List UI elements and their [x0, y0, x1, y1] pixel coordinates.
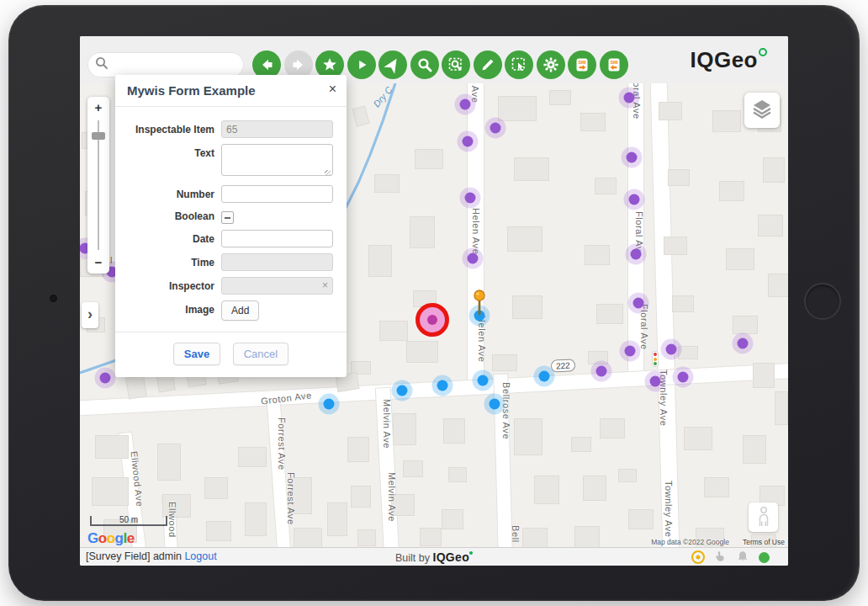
app-screen: SIM SIM IQGeo + − › — [80, 36, 788, 566]
map-marker-blue[interactable] — [478, 375, 489, 386]
street-label: Bell — [511, 525, 521, 543]
cancel-button[interactable]: Cancel — [233, 343, 288, 365]
dialog-footer: Save Cancel — [115, 332, 347, 377]
dialog-title: Mywis Form Example — [127, 83, 256, 98]
clear-icon: × — [322, 279, 328, 291]
zoom-area-icon[interactable] — [442, 50, 470, 79]
map-attribution: Map data ©2022 Google Terms of Use — [651, 538, 785, 546]
route-shield: 222 — [551, 359, 575, 372]
map-marker-purple[interactable] — [629, 194, 640, 205]
street-label: Forrest Ave — [277, 417, 287, 470]
settings-gear-icon[interactable] — [537, 50, 565, 79]
map-marker-blue[interactable] — [324, 399, 335, 410]
zoom-slider-track[interactable] — [98, 120, 99, 250]
locate-arrow-icon[interactable] — [378, 50, 407, 79]
status-bar: [Survey Field] admin Logout Built by IQG… — [80, 547, 788, 566]
map-marker-purple[interactable] — [738, 338, 749, 349]
date-field[interactable] — [221, 230, 333, 247]
map-marker-blue[interactable] — [539, 371, 550, 382]
terms-of-use-link[interactable]: Terms of Use — [743, 538, 785, 546]
search-box[interactable] — [87, 52, 244, 77]
svg-text:SIM: SIM — [578, 60, 585, 65]
map-marker-purple[interactable] — [460, 99, 471, 110]
map-marker-purple[interactable] — [633, 298, 644, 309]
selected-feature-marker[interactable] — [415, 303, 449, 337]
map-marker-purple[interactable] — [463, 136, 474, 147]
mywis-form-dialog: Mywis Form Example × Inspectable Item Te… — [115, 75, 347, 377]
notifications-bell-icon[interactable] — [737, 550, 749, 565]
map-marker-purple[interactable] — [468, 253, 479, 264]
map-marker-purple[interactable] — [100, 373, 111, 384]
touch-hand-icon[interactable] — [715, 550, 727, 565]
built-by: Built by IQGeo — [80, 550, 788, 564]
map-data-credit: Map data ©2022 Google — [651, 538, 729, 546]
play-icon[interactable] — [347, 50, 376, 79]
add-image-button[interactable]: Add — [221, 300, 259, 321]
zoom-in-button[interactable]: + — [87, 98, 109, 117]
field-label-text: Text — [129, 144, 214, 159]
sim-export-icon[interactable]: SIM — [568, 50, 596, 79]
textarea-resize-grip[interactable] — [325, 170, 331, 176]
tablet-home-button[interactable] — [804, 283, 841, 320]
map-marker-purple[interactable] — [650, 376, 661, 387]
number-field[interactable] — [221, 185, 333, 203]
zoom-slider-handle[interactable] — [92, 132, 105, 140]
time-field — [221, 253, 333, 271]
pin-marker[interactable] — [471, 289, 488, 322]
street-label: Townley Ave — [664, 481, 674, 538]
iqgeo-logo-ring — [759, 48, 767, 56]
map-marker-purple[interactable] — [627, 152, 638, 163]
map-marker-purple[interactable] — [490, 123, 501, 134]
brand-green-dot — [469, 551, 473, 555]
svg-text:SIM: SIM — [610, 60, 617, 65]
street-label: Floral Ave — [639, 304, 649, 350]
map-marker-purple[interactable] — [465, 193, 476, 204]
tablet-camera — [50, 295, 57, 302]
map-marker-purple[interactable] — [678, 372, 689, 383]
save-button[interactable]: Save — [173, 343, 220, 365]
traffic-light-icon — [652, 351, 659, 367]
field-label-number: Number — [129, 185, 214, 200]
search-input[interactable] — [109, 58, 244, 72]
online-status-icon — [759, 552, 770, 563]
zoom-out-button[interactable]: − — [87, 253, 109, 272]
search-icon — [94, 56, 109, 74]
panel-expander-chevron[interactable]: › — [82, 302, 98, 328]
google-logo[interactable]: Google — [87, 530, 135, 547]
map-marker-blue[interactable] — [397, 385, 408, 396]
field-label-inspector: Inspector — [129, 277, 214, 292]
map-marker-blue[interactable] — [490, 399, 500, 410]
zoom-control: + − — [87, 97, 109, 274]
dialog-body: Inspectable Item Text Number Boolean Dat… — [115, 107, 347, 332]
street-label: Forrest Ave — [286, 472, 296, 525]
field-label-inspectable-item: Inspectable Item — [129, 120, 214, 136]
zoom-search-icon[interactable] — [410, 50, 439, 79]
sim-import-icon[interactable]: SIM — [600, 50, 628, 79]
boolean-checkbox[interactable] — [221, 211, 234, 224]
street-label: Ellwood — [167, 502, 177, 538]
iqgeo-logo: IQGeo — [690, 47, 767, 73]
pegman-icon — [754, 505, 774, 530]
map-marker-purple[interactable] — [631, 249, 642, 260]
map-marker-purple[interactable] — [624, 93, 635, 104]
street-label: Melvin Ave — [387, 472, 397, 522]
street-label: Helen Ave — [477, 316, 487, 362]
map-marker-purple[interactable] — [666, 344, 677, 355]
street-label: Melvin Ave — [382, 399, 392, 449]
map-marker-purple[interactable] — [625, 346, 636, 357]
street-label: Bellrose Ave — [501, 382, 511, 439]
field-label-boolean: Boolean — [129, 209, 214, 222]
text-field[interactable] — [221, 144, 333, 176]
map-marker-blue[interactable] — [437, 380, 448, 391]
edit-pencil-icon[interactable] — [474, 50, 502, 79]
layers-button[interactable] — [744, 93, 780, 128]
close-icon[interactable]: × — [329, 82, 336, 97]
gps-target-icon[interactable] — [691, 550, 705, 564]
street-label: Helen Ave — [471, 208, 481, 254]
select-area-icon[interactable] — [505, 50, 533, 79]
pegman-button[interactable] — [749, 502, 778, 532]
layers-icon — [750, 97, 774, 124]
dialog-header: Mywis Form Example × — [115, 75, 347, 107]
street-label: Helen Ave — [470, 83, 480, 103]
map-marker-purple[interactable] — [596, 366, 607, 377]
